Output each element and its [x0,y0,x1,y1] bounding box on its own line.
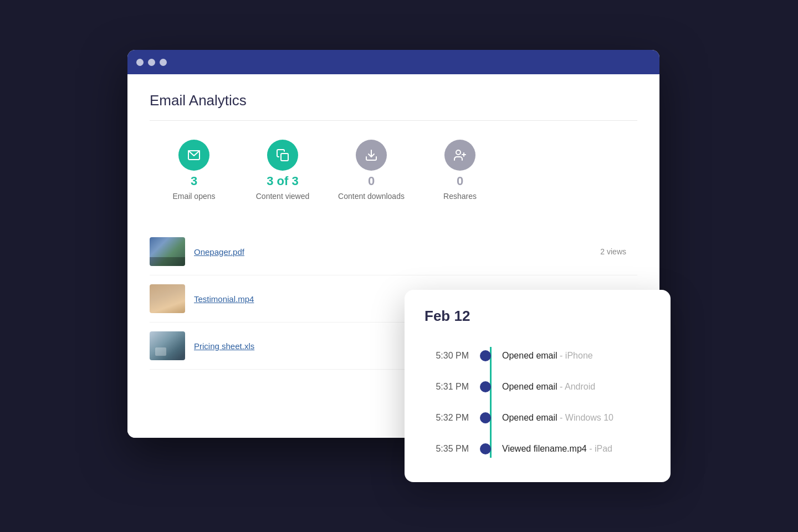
timeline-event-main-0: Opened email [502,351,557,360]
thumbnail-testimonial [150,284,185,313]
timeline-list: 5:30 PM Opened email - iPhone 5:31 PM Op… [424,340,651,464]
timeline-event-main-3: Viewed filename.mp4 [502,444,587,453]
traffic-lights [136,59,167,66]
stats-row: 3 Email opens 3 of 3 Content viewed [150,134,637,206]
content-downloads-icon-circle [356,140,387,171]
reshares-value: 0 [457,174,463,188]
traffic-light-maximize[interactable] [160,59,167,66]
content-downloads-label: Content downloads [338,192,405,201]
timeline-event-main-2: Opened email [502,413,557,422]
svg-rect-1 [281,154,288,161]
stat-content-downloads: 0 Content downloads [327,140,416,201]
stat-content-viewed: 3 of 3 Content viewed [238,140,327,201]
timeline-dot-2 [480,412,491,423]
content-downloads-value: 0 [368,174,375,188]
content-viewed-icon-circle [267,140,298,171]
timeline-dot-0 [480,350,491,361]
timeline-time-2: 5:32 PM [424,413,480,423]
timeline-event-device-2: - Windows 10 [560,413,613,422]
timeline-card: Feb 12 5:30 PM Opened email - iPhone 5:3… [405,290,671,482]
timeline-time-1: 5:31 PM [424,382,480,392]
email-opens-label: Email opens [172,192,215,201]
timeline-event-1: Opened email - Android [502,382,595,392]
svg-point-3 [456,150,461,155]
timeline-event-0: Opened email - iPhone [502,351,593,361]
stat-reshares: 0 Reshares [416,140,504,201]
page-title: Email Analytics [150,92,637,121]
download-icon [365,149,378,162]
titlebar [127,50,659,74]
reshares-icon-circle [444,140,475,171]
person-add-icon [453,149,467,162]
stat-email-opens: 3 Email opens [150,140,238,201]
timeline-event-main-1: Opened email [502,382,557,391]
timeline-dot-3 [480,443,491,454]
scene: Email Analytics 3 Email opens [127,50,671,482]
email-opens-icon-circle [178,140,209,171]
traffic-light-minimize[interactable] [148,59,155,66]
email-opens-value: 3 [191,174,197,188]
timeline-event-device-3: - iPad [589,444,612,453]
timeline-dot-1 [480,381,491,392]
timeline-time-3: 5:35 PM [424,444,480,454]
reshares-label: Reshares [443,192,477,201]
content-viewed-value: 3 of 3 [267,174,298,188]
timeline-event-device-1: - Android [560,382,595,391]
timeline-event-3: Viewed filename.mp4 - iPad [502,444,612,454]
thumbnail-onepager [150,237,185,266]
content-item-0: Onepager.pdf 2 views [150,228,637,275]
content-name-0[interactable]: Onepager.pdf [194,247,591,257]
content-viewed-label: Content viewed [256,192,310,201]
content-views-0: 2 views [600,247,626,256]
copy-icon [276,149,289,162]
thumbnail-pricing [150,331,185,360]
timeline-entry-2: 5:32 PM Opened email - Windows 10 [424,402,651,433]
timeline-entry-1: 5:31 PM Opened email - Android [424,371,651,402]
envelope-icon [187,149,201,162]
timeline-entry-3: 5:35 PM Viewed filename.mp4 - iPad [424,433,651,464]
timeline-time-0: 5:30 PM [424,351,480,361]
timeline-date: Feb 12 [424,308,651,325]
timeline-event-device-0: - iPhone [560,351,593,360]
timeline-entry-0: 5:30 PM Opened email - iPhone [424,340,651,371]
traffic-light-close[interactable] [136,59,144,66]
timeline-event-2: Opened email - Windows 10 [502,413,613,423]
